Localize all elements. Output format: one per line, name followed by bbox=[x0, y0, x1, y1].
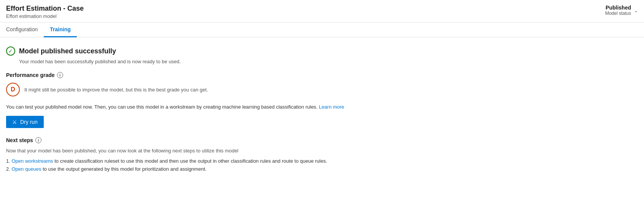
tab-training[interactable]: Training bbox=[44, 22, 76, 37]
step-2-text: to use the output generated by this mode… bbox=[41, 166, 207, 172]
dry-run-label: Dry run bbox=[20, 119, 38, 125]
open-queues-link[interactable]: Open queues bbox=[11, 166, 41, 172]
main-content: ✓ Model published successfully Your mode… bbox=[0, 37, 644, 183]
flask-icon: ⚔ bbox=[12, 119, 17, 125]
header-left: Effort Estimation - Case Effort estimati… bbox=[6, 5, 84, 19]
model-status-button[interactable]: Published Model status ⌄ bbox=[605, 5, 638, 16]
model-status-text: Published Model status bbox=[605, 5, 631, 16]
grade-description: It might still be possible to improve th… bbox=[24, 87, 208, 93]
page-title: Effort Estimation - Case bbox=[6, 5, 84, 13]
learn-more-link[interactable]: Learn more bbox=[319, 104, 344, 110]
published-label: Published bbox=[606, 5, 631, 11]
success-icon: ✓ bbox=[6, 46, 15, 56]
performance-grade-label: Performance grade i bbox=[6, 72, 638, 78]
next-steps-section: Next steps i Now that your model has bee… bbox=[6, 137, 638, 172]
page-header: Effort Estimation - Case Effort estimati… bbox=[0, 0, 644, 22]
tab-bar: Configuration Training bbox=[0, 22, 644, 37]
steps-list: Open workstreams to create classificatio… bbox=[6, 158, 638, 172]
success-header: ✓ Model published successfully bbox=[6, 46, 638, 56]
dry-run-button[interactable]: ⚔ Dry run bbox=[6, 116, 44, 128]
open-workstreams-link[interactable]: Open workstreams bbox=[11, 158, 53, 164]
next-steps-label: Next steps i bbox=[6, 137, 638, 143]
next-steps-info-icon[interactable]: i bbox=[35, 137, 41, 143]
model-status-label: Model status bbox=[605, 11, 631, 16]
tab-configuration[interactable]: Configuration bbox=[6, 22, 44, 37]
step-1: Open workstreams to create classificatio… bbox=[6, 158, 638, 164]
success-description: Your model has been successfully publish… bbox=[19, 59, 638, 64]
grade-row: D It might still be possible to improve … bbox=[6, 83, 638, 96]
chevron-down-icon: ⌄ bbox=[634, 8, 638, 13]
page-subtitle: Effort estimation model bbox=[6, 13, 84, 19]
performance-info-icon[interactable]: i bbox=[57, 72, 63, 78]
grade-badge: D bbox=[6, 83, 20, 96]
test-description: You can test your published model now. T… bbox=[6, 104, 638, 110]
next-steps-description: Now that your model has been published, … bbox=[6, 148, 638, 154]
step-2: Open queues to use the output generated … bbox=[6, 166, 638, 172]
step-1-text: to create classification ruleset to use … bbox=[53, 158, 327, 164]
success-title: Model published successfully bbox=[19, 47, 116, 55]
